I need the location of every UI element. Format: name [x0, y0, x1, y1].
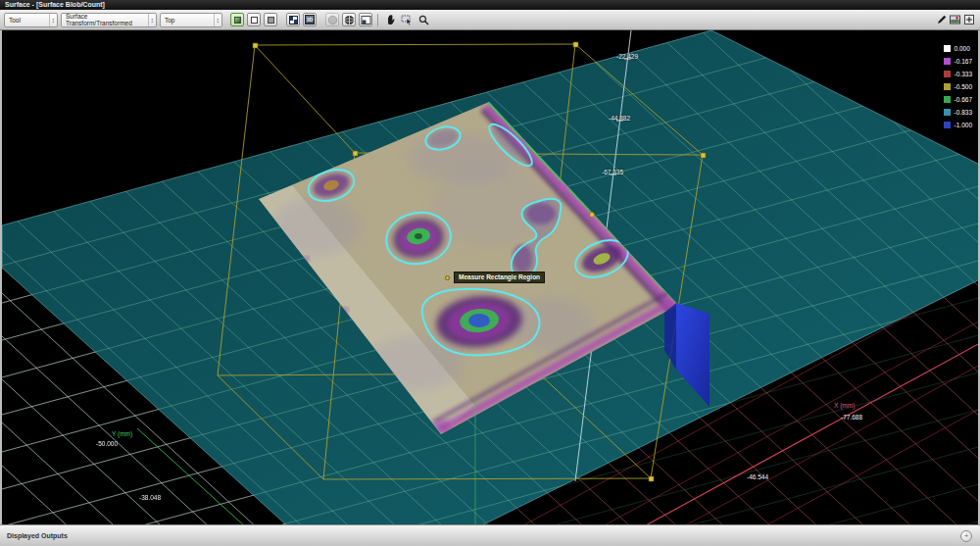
- legend-value: -1.000: [955, 122, 972, 128]
- legend-entry: -0.333: [944, 68, 972, 80]
- toolbar: Tool ↕ Surface Transform/Transformed ↕ T…: [0, 10, 980, 30]
- y-tick-label: -50.000: [96, 440, 118, 447]
- status-bar: Displayed Outputs +: [0, 524, 980, 546]
- measure-tooltip: Measure Rectangle Region: [454, 272, 545, 283]
- 3d-view-icon: 3D: [305, 15, 315, 25]
- outputs-expand-button[interactable]: +: [960, 530, 972, 542]
- toolbar-separator: [377, 14, 378, 26]
- z-tick-label: -44.882: [593, 115, 646, 122]
- pan-hand-icon: [385, 15, 396, 25]
- zoom-button[interactable]: [416, 13, 430, 26]
- heightmap-icon: [234, 17, 241, 24]
- orbit-gray-icon: [327, 15, 338, 25]
- 3d-view-button[interactable]: 3D: [303, 13, 317, 26]
- tool-dropdown[interactable]: Tool ↕: [4, 13, 58, 27]
- stepper-icon[interactable]: ↕: [214, 14, 222, 26]
- z-tick-label: -22.429: [601, 53, 654, 60]
- z-tick-label: -67.335: [586, 169, 639, 175]
- intensity-view-button[interactable]: [247, 13, 261, 26]
- layout-icon: [361, 15, 371, 25]
- measure-anchor-dot[interactable]: [445, 275, 450, 280]
- tool-dropdown-value: Tool: [9, 17, 21, 24]
- mask-view-button[interactable]: [264, 13, 277, 26]
- title-bar: Surface - [Surface Blob/Count]: [0, 0, 980, 10]
- view-dropdown-value: Top: [165, 17, 174, 24]
- y-axis-label: Y (mm): [112, 430, 132, 437]
- magnifier-icon: [418, 15, 429, 25]
- window-title: Surface - [Surface Blob/Count]: [5, 1, 105, 8]
- transform-dropdown-value: Surface Transform/Transformed: [66, 13, 148, 26]
- pen-icon: [937, 15, 947, 25]
- legend-swatch: [944, 58, 951, 65]
- legend-swatch: [944, 96, 951, 103]
- legend-value: -0.500: [955, 83, 972, 90]
- stepper-icon[interactable]: ↕: [148, 14, 157, 26]
- intensity-icon: [251, 17, 258, 24]
- legend-value: -0.167: [955, 58, 972, 65]
- snapshot-button[interactable]: [950, 15, 960, 25]
- orbit-disabled-button[interactable]: [325, 13, 339, 26]
- legend-value: -0.667: [955, 96, 972, 103]
- legend-swatch: [944, 71, 951, 77]
- legend-value: 0.000: [955, 45, 970, 52]
- region-select-icon: [401, 14, 413, 25]
- x-axis-label: X (mm): [834, 402, 855, 409]
- legend: 0.000-0.167-0.333-0.500-0.667-0.833-1.00…: [944, 42, 972, 131]
- legend-entry: 0.000: [944, 42, 972, 55]
- legend-value: -0.833: [955, 109, 972, 116]
- plus-box-icon: [964, 15, 974, 25]
- status-bar-label: Displayed Outputs: [7, 532, 68, 539]
- quad-view-icon: [289, 16, 298, 25]
- viewport-frame: 0.000-0.167-0.333-0.500-0.667-0.833-1.00…: [0, 30, 980, 524]
- legend-swatch: [944, 122, 951, 128]
- mask-icon: [268, 17, 274, 24]
- app-window: Surface - [Surface Blob/Count] Tool ↕ Su…: [0, 0, 980, 546]
- expand-view-button[interactable]: [963, 15, 974, 25]
- snapshot-icon: [950, 15, 960, 25]
- y-tick-label: -38.048: [139, 494, 161, 501]
- viewport-3d[interactable]: 0.000-0.167-0.333-0.500-0.667-0.833-1.00…: [2, 30, 978, 524]
- toolbar-right-group: [936, 15, 976, 25]
- legend-entry: -0.833: [944, 106, 972, 119]
- pan-button[interactable]: [383, 13, 397, 26]
- transform-dropdown[interactable]: Surface Transform/Transformed ↕: [61, 13, 157, 27]
- surface-handle[interactable]: [590, 213, 595, 218]
- quad-view-button[interactable]: [286, 13, 300, 26]
- x-tick-label: -46.544: [747, 473, 768, 480]
- stepper-icon[interactable]: ↕: [49, 14, 58, 26]
- legend-entry: -1.000: [944, 119, 972, 131]
- layout-button[interactable]: [359, 13, 372, 26]
- orbit-icon: [344, 15, 355, 25]
- annotate-button[interactable]: [936, 15, 947, 25]
- orbit-button[interactable]: [342, 13, 356, 26]
- legend-entry: -0.500: [944, 80, 972, 93]
- x-tick-label: -77.688: [841, 414, 862, 421]
- legend-swatch: [944, 109, 951, 116]
- region-select-button[interactable]: [400, 13, 414, 26]
- legend-value: -0.333: [955, 71, 972, 77]
- heightmap-view-button[interactable]: [230, 13, 244, 26]
- legend-swatch: [944, 83, 951, 90]
- legend-entry: -0.667: [944, 93, 972, 106]
- view-dropdown[interactable]: Top ↕: [160, 13, 222, 27]
- legend-swatch: [944, 45, 951, 52]
- legend-entry: -0.167: [944, 55, 972, 68]
